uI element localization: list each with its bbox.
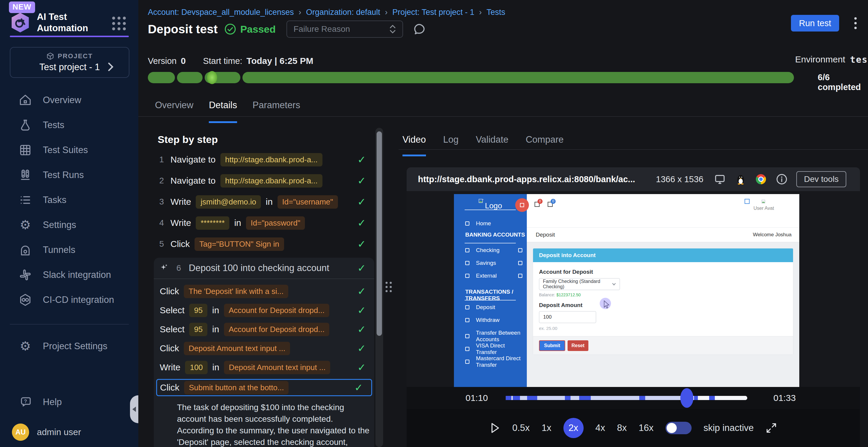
sidebar-item-help[interactable]: ?Help [0,390,138,415]
bank-sidebar-item-checking[interactable]: Checking [465,247,499,253]
timeline-event-marker[interactable] [527,396,537,400]
skip-inactive-toggle[interactable] [665,422,692,434]
tab-validate[interactable]: Validate [476,134,508,156]
tunnel-icon [19,243,32,257]
tab-parameters[interactable]: Parameters [252,100,300,123]
timeline-event-marker[interactable] [565,396,570,400]
submit-button[interactable]: Submit [539,340,565,351]
sidebar-item-label: CI-CD integration [43,295,114,305]
progress-segment[interactable] [242,72,794,83]
progress-segment[interactable] [148,72,175,83]
kebab-menu-icon[interactable] [854,17,857,29]
user-menu[interactable]: AU admin user [12,423,81,441]
sidebar-item-settings[interactable]: ⚙Settings [0,212,138,238]
play-icon[interactable] [490,422,500,434]
account-for-deposit-select[interactable]: Family Checking (Standard Checking) [539,278,620,290]
step-success-check-icon: ✓ [358,153,366,166]
breadcrumb-link[interactable]: Organization: default [306,8,380,17]
comment-bubble-icon[interactable] [412,23,426,36]
info-icon[interactable] [776,174,787,185]
timeline-event-marker[interactable] [709,396,715,400]
tab-video[interactable]: Video [402,134,426,156]
timeline-track[interactable] [506,396,747,400]
checkbox-icon [465,221,469,226]
timeline-event-marker[interactable] [506,396,512,400]
sidebar-item-ci-cd-integration[interactable]: CI-CD integration [0,287,138,312]
sidebar-item-project-settings[interactable]: ⚙Project Settings [0,334,138,359]
skip-inactive-label: skip inactive [704,423,754,433]
step-group-header[interactable]: 6 Deposit 100 into checking account ✓ [154,258,374,279]
bank-top-checkbox[interactable] [745,199,750,204]
sidebar-item-tests[interactable]: Tests [0,113,138,138]
sidebar-item-slack-integration[interactable]: Slack integration [0,263,138,287]
step-row[interactable]: ClickThe 'Deposit' link with a si...✓ [160,284,374,299]
step-row[interactable]: Select95inAccount for Deposit dropd...✓ [160,322,374,337]
speed-button-1x[interactable]: 1x [542,423,552,433]
fullscreen-icon[interactable] [766,422,777,434]
sidebar-item-test-suites[interactable]: Test Suites [0,138,138,163]
video-card: http://stage.dbank.prod-apps.relicx.ai:8… [407,167,860,447]
scrollbar-thumb[interactable] [377,131,382,336]
bank-sidebar-item-transfer-between-accounts[interactable]: Transfer Between Accounts [465,330,527,343]
video-controls: 0.5x1x2x4x8x16x skip inactive [407,409,860,447]
progress-segment[interactable] [205,72,240,83]
app-grid-icon[interactable] [112,16,126,30]
bank-sidebar-item-savings[interactable]: Savings [465,260,496,266]
sidebar-item-tunnels[interactable]: Tunnels [0,238,138,263]
speed-button-0.5x[interactable]: 0.5x [512,423,530,433]
bank-sidebar-section-header: BANKING ACCOUNTS [465,232,525,238]
progress-segment[interactable] [177,72,203,83]
breadcrumb-link[interactable]: Tests [487,8,505,17]
bank-sidebar-item-home[interactable]: Home [465,220,491,227]
bank-sidebar-item-external[interactable]: External [465,273,497,279]
step-action: Write [170,218,191,228]
timeline-event-marker[interactable] [639,396,645,400]
timeline-event-marker[interactable] [579,396,591,400]
tab-overview[interactable]: Overview [155,100,193,123]
step-row[interactable]: 4Write********inId="password"✓ [154,215,374,230]
tab-log[interactable]: Log [443,134,459,156]
step-row[interactable]: 3Writejsmith@demo.ioinId="username"✓ [154,194,374,209]
sidebar-item-test-runs[interactable]: Test Runs [0,163,138,187]
deposit-amount-input[interactable]: 100 [539,311,596,323]
speed-button-2x[interactable]: 2x [563,418,584,438]
bank-sidebar-item-withdraw[interactable]: Withdraw [465,317,499,323]
bank-sidebar-item-deposit[interactable]: Deposit [465,304,495,311]
tab-details[interactable]: Details [209,100,237,123]
step-row[interactable]: 5ClickTag="BUTTON" Sign in✓ [154,237,374,251]
sidebar-item-label: Slack integration [43,270,111,280]
record-indicator-icon[interactable] [515,198,529,212]
sidebar-item-overview[interactable]: Overview [0,88,138,113]
bank-sidebar-item-mastercard-direct-transfer[interactable]: Mastercard Direct Transfer [465,355,527,368]
step-value-tag: 95 [189,304,207,317]
steps-scrollbar[interactable] [375,128,383,447]
breadcrumb-link[interactable]: Project: Test project - 1 [392,8,474,17]
sidebar-item-tasks[interactable]: Tasks [0,187,138,212]
grid-icon [19,143,32,157]
tab-compare[interactable]: Compare [526,134,564,156]
project-selector[interactable]: PROJECT Test project - 1 [10,47,129,78]
run-test-button[interactable]: Run test [791,15,839,32]
timeline-thumb[interactable] [680,388,693,408]
step-row[interactable]: Select95inAccount for Deposit dropd...✓ [160,303,374,318]
step-row[interactable]: ClickDeposit Amount text input ...✓ [160,341,374,356]
app-logo[interactable]: AI TestAutomation [11,11,88,34]
speed-button-8x[interactable]: 8x [617,423,627,433]
bank-sidebar-item-visa-direct-transfer[interactable]: VISA Direct Transfer [465,342,527,355]
sidebar-collapse-handle[interactable] [130,395,138,423]
step-row[interactable]: 2Navigate tohttp://stage.dbank.prod-a...… [154,173,374,188]
timeline-event-marker[interactable] [694,396,698,400]
step-row-selected[interactable]: ClickSubmit button at the botto...✓ [156,379,372,396]
failure-reason-select[interactable]: Failure Reason [286,21,403,38]
speed-button-4x[interactable]: 4x [595,423,605,433]
reset-button[interactable]: Reset [567,340,588,351]
breadcrumb-link[interactable]: Account: Devspace_all_module_licenses [148,8,294,17]
timeline-event-marker[interactable] [513,396,520,400]
dev-tools-button[interactable]: Dev tools [796,171,846,187]
speed-button-16x[interactable]: 16x [639,423,654,433]
checkbox-icon [518,274,522,278]
panel-splitter-handle[interactable] [385,282,392,292]
step-target-tag: Submit button at the botto... [184,381,288,394]
step-row[interactable]: Write100inDeposit Amount text input ...✓ [160,360,374,375]
step-row[interactable]: 1Navigate tohttp://stage.dbank.prod-a...… [154,152,374,167]
